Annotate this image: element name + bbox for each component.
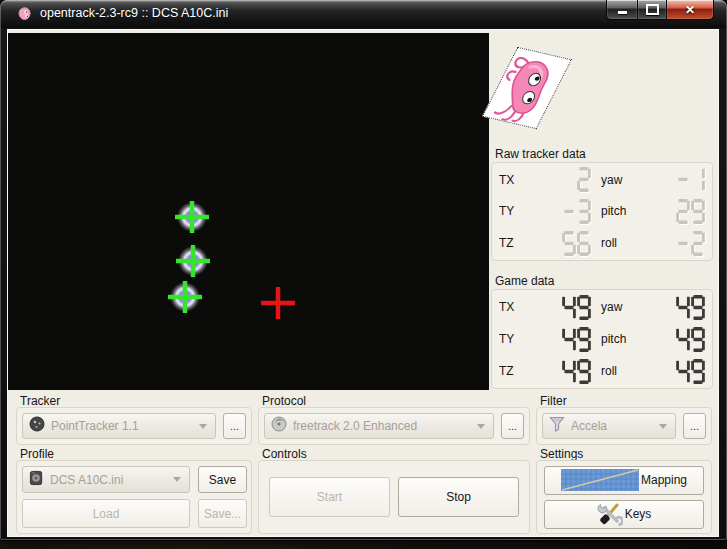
camera-view bbox=[8, 33, 489, 390]
mapping-curve-icon bbox=[561, 469, 639, 491]
freetrack-icon bbox=[271, 416, 287, 436]
close-icon: ✕ bbox=[685, 3, 695, 17]
raw-ty-value bbox=[535, 199, 591, 224]
caption-buttons: ✕ bbox=[606, 0, 714, 20]
game-row-z: TZ roll bbox=[499, 355, 705, 387]
protocol-group: freetrack 2.0 Enhanced ... bbox=[258, 407, 530, 445]
game-yaw-label: yaw bbox=[591, 300, 645, 314]
protocol-selected-value: freetrack 2.0 Enhanced bbox=[293, 419, 471, 433]
raw-pitch-label: pitch bbox=[591, 204, 645, 218]
maximize-icon bbox=[646, 4, 659, 15]
window-title: opentrack-2.3-rc9 :: DCS A10C.ini bbox=[40, 0, 228, 27]
game-ty-value bbox=[535, 327, 591, 352]
profile-file-icon bbox=[29, 470, 44, 490]
raw-tracker-title: Raw tracker data bbox=[495, 147, 586, 161]
app-window: opentrack-2.3-rc9 :: DCS A10C.ini ✕ bbox=[0, 0, 727, 540]
raw-ty-label: TY bbox=[499, 204, 535, 218]
protocol-settings-button[interactable]: ... bbox=[501, 413, 524, 439]
raw-tz-value bbox=[535, 231, 591, 256]
profile-selected-value: DCS A10C.ini bbox=[50, 473, 167, 487]
maximize-button[interactable] bbox=[637, 0, 667, 20]
controls-group: Start Stop bbox=[258, 460, 530, 534]
keys-button[interactable]: Keys bbox=[544, 500, 704, 529]
protocol-section-title: Protocol bbox=[262, 394, 306, 408]
game-roll-label: roll bbox=[591, 364, 645, 378]
tracker-settings-button[interactable]: ... bbox=[223, 413, 246, 439]
settings-group: Mapping Keys bbox=[536, 460, 712, 534]
titlebar[interactable]: opentrack-2.3-rc9 :: DCS A10C.ini ✕ bbox=[0, 0, 727, 29]
game-ty-label: TY bbox=[499, 332, 535, 346]
filter-group: Accela ... bbox=[536, 407, 712, 445]
save-button[interactable]: Save bbox=[198, 466, 247, 493]
raw-pitch-value bbox=[645, 199, 705, 224]
chevron-down-icon bbox=[199, 424, 207, 429]
game-data-group: TX yaw TY pitch TZ roll bbox=[491, 289, 713, 389]
pointtracker-icon bbox=[29, 416, 45, 436]
raw-tx-value bbox=[535, 167, 591, 192]
tracker-group: PointTracker 1.1 ... bbox=[16, 407, 252, 445]
keys-tools-icon bbox=[597, 502, 623, 526]
raw-tx-label: TX bbox=[499, 173, 535, 187]
game-tz-value bbox=[535, 359, 591, 384]
tracker-select[interactable]: PointTracker 1.1 bbox=[22, 413, 216, 439]
filter-section-title: Filter bbox=[540, 394, 567, 408]
stop-button[interactable]: Stop bbox=[398, 477, 519, 517]
filter-settings-button[interactable]: ... bbox=[683, 413, 706, 439]
minimize-button[interactable] bbox=[606, 0, 638, 20]
raw-row-x: TX yaw bbox=[499, 164, 705, 196]
protocol-select[interactable]: freetrack 2.0 Enhanced bbox=[264, 413, 494, 439]
settings-section-title: Settings bbox=[540, 447, 583, 461]
raw-tracker-group: TX yaw TY pitch TZ roll bbox=[491, 162, 713, 261]
profile-section-title: Profile bbox=[20, 447, 54, 461]
chevron-down-icon bbox=[659, 424, 667, 429]
raw-row-y: TY pitch bbox=[499, 196, 705, 228]
mapping-label: Mapping bbox=[641, 473, 687, 487]
game-roll-value bbox=[645, 359, 705, 384]
raw-yaw-label: yaw bbox=[591, 173, 645, 187]
filter-select[interactable]: Accela bbox=[542, 413, 676, 439]
funnel-icon bbox=[549, 416, 565, 436]
profile-group: DCS A10C.ini Save Load Save... bbox=[16, 460, 252, 534]
game-row-y: TY pitch bbox=[499, 323, 705, 355]
keys-label: Keys bbox=[625, 507, 652, 521]
game-pitch-value bbox=[645, 327, 705, 352]
game-tz-label: TZ bbox=[499, 364, 535, 378]
profile-select[interactable]: DCS A10C.ini bbox=[22, 466, 190, 493]
filter-selected-value: Accela bbox=[571, 419, 653, 433]
tracker-selected-value: PointTracker 1.1 bbox=[51, 419, 193, 433]
controls-section-title: Controls bbox=[262, 447, 307, 461]
game-pitch-label: pitch bbox=[591, 332, 645, 346]
start-button[interactable]: Start bbox=[269, 477, 390, 517]
raw-row-z: TZ roll bbox=[499, 227, 705, 259]
game-tx-label: TX bbox=[499, 300, 535, 314]
raw-roll-value bbox=[645, 231, 705, 256]
mapping-button[interactable]: Mapping bbox=[544, 466, 704, 495]
raw-roll-label: roll bbox=[591, 236, 645, 250]
close-button[interactable]: ✕ bbox=[666, 0, 714, 20]
game-tx-value bbox=[535, 295, 591, 320]
minimize-icon bbox=[618, 11, 627, 14]
raw-yaw-value bbox=[645, 167, 705, 192]
chevron-down-icon bbox=[173, 477, 181, 482]
raw-tz-label: TZ bbox=[499, 236, 535, 250]
opentrack-app-icon bbox=[17, 6, 33, 22]
load-button[interactable]: Load bbox=[22, 499, 190, 528]
chevron-down-icon bbox=[477, 424, 485, 429]
save-as-button[interactable]: Save... bbox=[198, 499, 247, 528]
game-row-x: TX yaw bbox=[499, 291, 705, 323]
game-yaw-value bbox=[645, 295, 705, 320]
tracker-section-title: Tracker bbox=[20, 394, 60, 408]
game-data-title: Game data bbox=[495, 274, 554, 288]
